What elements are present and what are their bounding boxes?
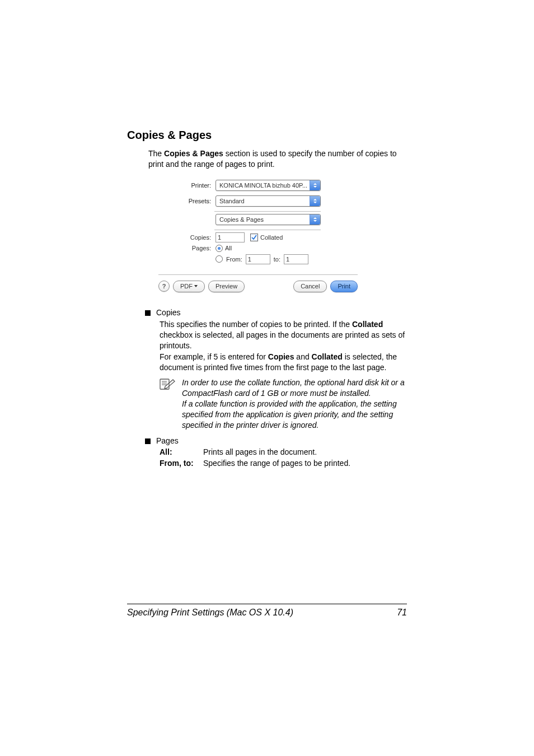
- divider: [158, 274, 358, 275]
- bullet-pages: Pages: [145, 436, 407, 445]
- divider: [214, 230, 321, 230]
- print-dialog: Printer: KONICA MINOLTA bizhub 40P... Pr…: [158, 180, 358, 292]
- bullet-copies: Copies: [145, 308, 407, 317]
- from-input[interactable]: 1: [246, 254, 270, 264]
- to-label: to:: [274, 256, 280, 263]
- pages-all-radio[interactable]: [216, 245, 223, 252]
- presets-dropdown[interactable]: Standard: [216, 195, 321, 207]
- pages-all-label: All: [225, 245, 232, 251]
- cancel-button[interactable]: Cancel: [293, 281, 327, 292]
- presets-label: Presets:: [158, 198, 216, 204]
- presets-value: Standard: [219, 198, 245, 204]
- print-button[interactable]: Print: [330, 281, 358, 292]
- section-heading: Copies & Pages: [127, 129, 407, 142]
- help-button[interactable]: ?: [158, 281, 170, 292]
- dropdown-arrows-icon: [310, 214, 320, 225]
- note-icon: [160, 377, 179, 430]
- printer-value: KONICA MINOLTA bizhub 40P...: [219, 182, 307, 189]
- page-number: 71: [397, 608, 407, 618]
- to-input[interactable]: 1: [284, 254, 308, 264]
- square-bullet-icon: [145, 438, 151, 444]
- chevron-down-icon: [194, 285, 198, 287]
- pane-dropdown[interactable]: Copies & Pages: [216, 214, 321, 225]
- intro-paragraph: The Copies & Pages section is used to sp…: [148, 148, 407, 170]
- pane-value: Copies & Pages: [219, 216, 264, 223]
- pages-from-radio[interactable]: [216, 255, 223, 263]
- printer-dropdown[interactable]: KONICA MINOLTA bizhub 40P...: [216, 180, 321, 191]
- preview-button[interactable]: Preview: [208, 281, 245, 292]
- divider: [214, 211, 321, 212]
- dropdown-arrows-icon: [310, 180, 320, 190]
- printer-label: Printer:: [158, 182, 216, 189]
- page-footer: Specifying Print Settings (Mac OS X 10.4…: [127, 604, 407, 618]
- pages-definitions: All: Prints all pages in the document. F…: [160, 447, 407, 468]
- collated-label: Collated: [260, 234, 283, 241]
- square-bullet-icon: [145, 310, 151, 316]
- copies-input[interactable]: 1: [216, 232, 245, 242]
- note-block: In order to use the collate function, th…: [160, 377, 407, 430]
- collated-checkbox[interactable]: [250, 234, 258, 241]
- copies-description: This specifies the number of copies to b…: [160, 319, 407, 373]
- pages-label: Pages:: [158, 245, 216, 251]
- pdf-button[interactable]: PDF: [173, 281, 205, 292]
- footer-title: Specifying Print Settings (Mac OS X 10.4…: [127, 608, 293, 618]
- dropdown-arrows-icon: [310, 196, 320, 206]
- from-label: From:: [226, 256, 242, 263]
- copies-label: Copies:: [158, 234, 216, 241]
